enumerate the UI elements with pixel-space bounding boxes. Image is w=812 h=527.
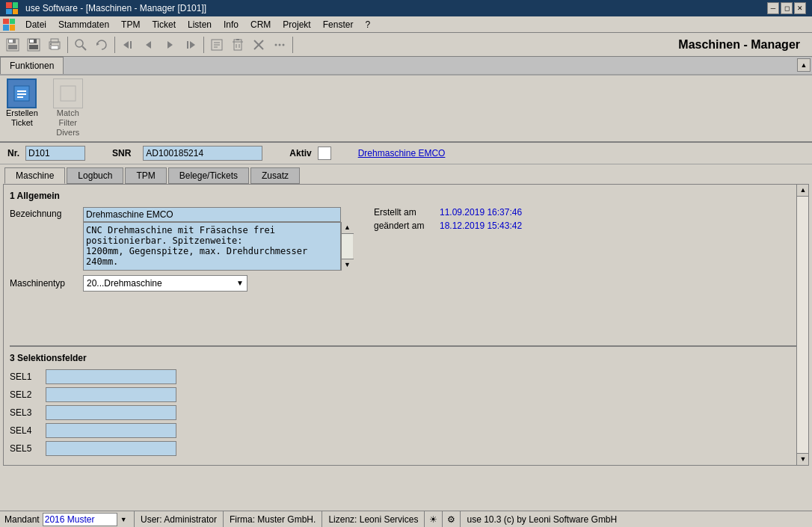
- sel5-label: SEL5: [10, 443, 40, 454]
- mandant-dropdown-arrow[interactable]: ▼: [120, 516, 127, 523]
- erstellt-value: 11.09.2019 16:37:46: [440, 207, 522, 218]
- maschinentyp-label: Maschinentyp: [10, 278, 77, 289]
- match-icon[interactable]: [53, 78, 83, 108]
- toolbar-separator-4: [292, 37, 293, 53]
- sel2-label: SEL2: [10, 389, 40, 400]
- sel1-label: SEL1: [10, 372, 40, 382]
- last-button[interactable]: [181, 35, 200, 55]
- menu-bar: Datei Stammdaten TPM Ticket Listen Info …: [0, 16, 812, 33]
- menu-projekt[interactable]: Projekt: [277, 16, 316, 32]
- erstellen-icon[interactable]: [7, 78, 37, 108]
- sel5-input[interactable]: [46, 441, 176, 456]
- toolbar-title: Maschinen - Manager: [678, 38, 800, 52]
- nr-input[interactable]: [25, 146, 85, 161]
- more-button[interactable]: [270, 35, 289, 55]
- sel1-input[interactable]: [46, 369, 176, 384]
- title-bar-text: use Software - [Maschinen - Manager [D10…: [25, 3, 206, 13]
- delete-button[interactable]: [228, 35, 247, 55]
- ribbon-group-match[interactable]: Match Filter Divers: [53, 78, 83, 138]
- print-button[interactable]: [45, 35, 64, 55]
- search-button[interactable]: [71, 35, 90, 55]
- ribbon-content: Erstellen Ticket Match Filter Divers: [0, 75, 812, 143]
- first-button[interactable]: [118, 35, 138, 55]
- menu-listen[interactable]: Listen: [182, 16, 218, 32]
- menu-fenster[interactable]: Fenster: [317, 16, 360, 32]
- ticket-label: Ticket: [11, 118, 33, 128]
- maschinentyp-dropdown[interactable]: 20...Drehmaschine ▼: [83, 275, 247, 292]
- svg-rect-3: [9, 40, 13, 43]
- menu-info[interactable]: Info: [218, 16, 244, 32]
- window-controls: ─ ◻ ✕: [767, 2, 806, 14]
- svg-rect-7: [30, 40, 34, 43]
- snr-input[interactable]: [143, 146, 262, 161]
- machine-name-link[interactable]: Drehmaschine EMCO: [358, 148, 446, 158]
- tab-belege-tickets[interactable]: Belege/Tickets: [168, 167, 249, 184]
- sel4-input[interactable]: [46, 423, 176, 438]
- bezeichnung-row: Bezeichnung CNC Drehmaschine mit Fräsach…: [10, 207, 796, 271]
- restore-button[interactable]: ◻: [781, 2, 793, 14]
- minimize-button[interactable]: ─: [767, 2, 779, 14]
- tab-logbuch[interactable]: Logbuch: [67, 167, 123, 184]
- maschinentyp-row: Maschinentyp 20...Drehmaschine ▼: [10, 275, 796, 292]
- svg-rect-11: [50, 43, 52, 45]
- svg-point-12: [76, 40, 83, 47]
- svg-point-33: [279, 43, 281, 46]
- refresh-button[interactable]: [92, 35, 111, 55]
- tab-tpm[interactable]: TPM: [125, 167, 166, 184]
- bezeichnung-input[interactable]: [83, 207, 341, 222]
- sel3-row: SEL3: [10, 405, 796, 420]
- beschreibung-textarea[interactable]: CNC Drehmaschine mit Fräsachse frei posi…: [83, 222, 341, 271]
- svg-rect-39: [61, 86, 76, 101]
- status-settings-icon[interactable]: ⚙: [443, 511, 461, 527]
- cancel-button[interactable]: [249, 35, 268, 55]
- ribbon-group-erstellen[interactable]: Erstellen Ticket: [6, 78, 38, 128]
- geaendert-value: 18.12.2019 15:43:42: [440, 221, 522, 231]
- dropdown-arrow-icon: ▼: [236, 279, 244, 287]
- status-bar: Mandant ▼ User: Administrator Firma: Mus…: [0, 511, 812, 527]
- menu-stammdaten[interactable]: Stammdaten: [52, 16, 115, 32]
- divers-label: Divers: [56, 128, 79, 138]
- save2-button[interactable]: [24, 35, 43, 55]
- next-button[interactable]: [160, 35, 179, 55]
- title-bar: use Software - [Maschinen - Manager [D10…: [0, 0, 812, 16]
- prev-button[interactable]: [139, 35, 159, 55]
- save-button[interactable]: [3, 35, 22, 55]
- aktiv-checkbox[interactable]: [318, 147, 331, 160]
- main-scrollbar[interactable]: ▲ ▼: [796, 185, 808, 465]
- ribbon-collapse-button[interactable]: ▲: [797, 58, 811, 72]
- menu-tpm[interactable]: TPM: [115, 16, 146, 32]
- scroll-track-area: [342, 234, 353, 259]
- svg-point-32: [275, 43, 277, 46]
- mandant-label: Mandant: [4, 514, 40, 525]
- nr-label: Nr.: [7, 148, 19, 158]
- menu-help[interactable]: ?: [359, 16, 376, 32]
- inner-scroll: 1 Allgemein Bezeichnung CNC Drehmaschine…: [4, 185, 808, 465]
- tab-zusatz[interactable]: Zusatz: [250, 167, 300, 184]
- tab-maschine[interactable]: Maschine: [4, 167, 65, 184]
- menu-datei[interactable]: Datei: [19, 16, 52, 32]
- sel3-input[interactable]: [46, 405, 176, 420]
- scroll-down-btn[interactable]: ▼: [342, 259, 354, 271]
- toolbar-separator-2: [114, 37, 115, 53]
- scroll-thumb[interactable]: [797, 197, 808, 453]
- sel2-input[interactable]: [46, 387, 176, 402]
- svg-rect-37: [17, 93, 26, 95]
- ribbon-tab-funktionen[interactable]: Funktionen: [0, 57, 64, 74]
- svg-rect-6: [29, 45, 38, 49]
- svg-marker-18: [167, 41, 173, 49]
- sel4-label: SEL4: [10, 425, 40, 436]
- textarea-scrollbar[interactable]: ▲ ▼: [341, 222, 353, 271]
- menu-ticket[interactable]: Ticket: [146, 16, 182, 32]
- menu-crm[interactable]: CRM: [244, 16, 277, 32]
- scroll-down-main[interactable]: ▼: [797, 453, 809, 465]
- mandant-input[interactable]: [43, 513, 117, 526]
- section-3-divider: 3 Selektionsfelder SEL1 SEL2 SEL3 SEL4 S…: [10, 345, 796, 456]
- edit-button[interactable]: [207, 35, 227, 55]
- svg-line-13: [82, 46, 86, 50]
- tabs-bar: Maschine Logbuch TPM Belege/Tickets Zusa…: [0, 164, 812, 184]
- scroll-up-btn[interactable]: ▲: [342, 222, 354, 234]
- close-button[interactable]: ✕: [794, 2, 806, 14]
- status-firma: Firma: Muster GmbH.: [224, 511, 322, 527]
- scroll-up-main[interactable]: ▲: [797, 185, 809, 197]
- section-1-title: 1 Allgemein: [10, 191, 60, 201]
